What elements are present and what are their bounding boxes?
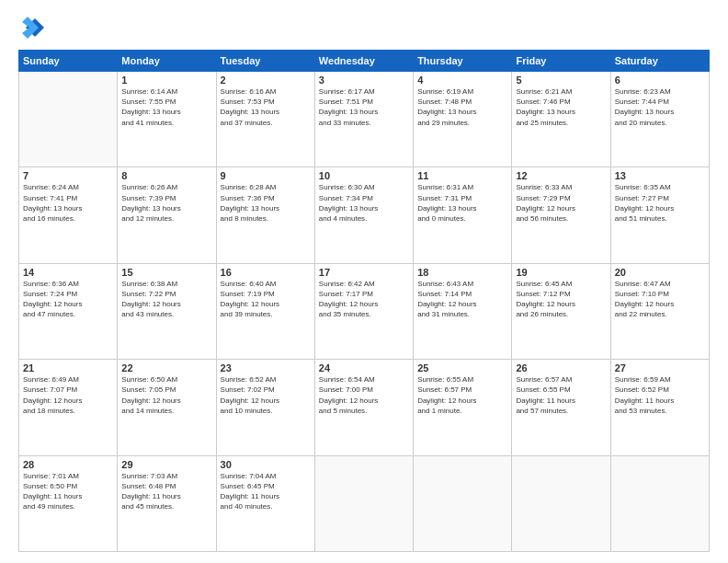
calendar-cell: 29Sunrise: 7:03 AM Sunset: 6:48 PM Dayli… [118, 455, 216, 551]
weekday-header-sunday: Sunday [19, 51, 118, 72]
day-number: 2 [221, 75, 311, 86]
day-info: Sunrise: 6:26 AM Sunset: 7:39 PM Dayligh… [121, 182, 211, 224]
calendar-cell: 15Sunrise: 6:38 AM Sunset: 7:22 PM Dayli… [118, 263, 216, 359]
logo [18, 15, 48, 40]
day-number: 20 [615, 267, 705, 278]
day-number: 29 [121, 459, 211, 470]
day-info: Sunrise: 6:38 AM Sunset: 7:22 PM Dayligh… [121, 279, 211, 320]
calendar-cell [610, 455, 709, 551]
day-number: 12 [516, 170, 606, 181]
day-info: Sunrise: 6:30 AM Sunset: 7:34 PM Dayligh… [319, 182, 409, 224]
calendar-cell: 7Sunrise: 6:24 AM Sunset: 7:41 PM Daylig… [19, 167, 118, 263]
calendar-cell: 10Sunrise: 6:30 AM Sunset: 7:34 PM Dayli… [314, 167, 413, 263]
calendar-cell [512, 455, 610, 551]
day-info: Sunrise: 6:43 AM Sunset: 7:14 PM Dayligh… [417, 279, 507, 320]
day-number: 22 [121, 362, 211, 373]
day-info: Sunrise: 6:42 AM Sunset: 7:17 PM Dayligh… [319, 279, 409, 320]
day-info: Sunrise: 6:59 AM Sunset: 6:52 PM Dayligh… [615, 374, 705, 416]
week-row-5: 28Sunrise: 7:01 AM Sunset: 6:50 PM Dayli… [19, 455, 710, 551]
day-info: Sunrise: 6:35 AM Sunset: 7:27 PM Dayligh… [615, 182, 705, 224]
day-info: Sunrise: 7:04 AM Sunset: 6:45 PM Dayligh… [221, 471, 311, 512]
day-number: 9 [221, 170, 311, 181]
calendar-cell: 6Sunrise: 6:23 AM Sunset: 7:44 PM Daylig… [610, 72, 709, 167]
day-number: 8 [121, 170, 211, 181]
logo-icon [18, 15, 44, 40]
calendar-cell: 8Sunrise: 6:26 AM Sunset: 7:39 PM Daylig… [118, 167, 216, 263]
weekday-header-friday: Friday [512, 51, 610, 72]
calendar-cell: 24Sunrise: 6:54 AM Sunset: 7:00 PM Dayli… [314, 360, 413, 455]
calendar-cell: 26Sunrise: 6:57 AM Sunset: 6:55 PM Dayli… [512, 360, 610, 455]
weekday-header-wednesday: Wednesday [314, 51, 413, 72]
day-number: 11 [417, 170, 507, 181]
day-info: Sunrise: 6:33 AM Sunset: 7:29 PM Dayligh… [516, 182, 606, 224]
day-number: 10 [319, 170, 409, 181]
calendar-cell: 18Sunrise: 6:43 AM Sunset: 7:14 PM Dayli… [414, 263, 512, 359]
week-row-4: 21Sunrise: 6:49 AM Sunset: 7:07 PM Dayli… [19, 360, 710, 455]
day-info: Sunrise: 6:16 AM Sunset: 7:53 PM Dayligh… [221, 86, 311, 128]
calendar-cell: 12Sunrise: 6:33 AM Sunset: 7:29 PM Dayli… [512, 167, 610, 263]
day-info: Sunrise: 6:49 AM Sunset: 7:07 PM Dayligh… [23, 374, 113, 416]
day-info: Sunrise: 6:52 AM Sunset: 7:02 PM Dayligh… [221, 374, 311, 416]
calendar-cell: 5Sunrise: 6:21 AM Sunset: 7:46 PM Daylig… [512, 72, 610, 167]
day-info: Sunrise: 6:17 AM Sunset: 7:51 PM Dayligh… [319, 86, 409, 128]
day-number: 19 [516, 267, 606, 278]
day-number: 13 [615, 170, 705, 181]
day-info: Sunrise: 6:45 AM Sunset: 7:12 PM Dayligh… [516, 279, 606, 320]
weekday-header-thursday: Thursday [414, 51, 512, 72]
day-info: Sunrise: 6:31 AM Sunset: 7:31 PM Dayligh… [417, 182, 507, 224]
calendar-cell: 3Sunrise: 6:17 AM Sunset: 7:51 PM Daylig… [314, 72, 413, 167]
week-row-3: 14Sunrise: 6:36 AM Sunset: 7:24 PM Dayli… [19, 263, 710, 359]
day-number: 18 [417, 267, 507, 278]
day-number: 6 [615, 75, 705, 86]
day-number: 17 [319, 267, 409, 278]
calendar-cell: 21Sunrise: 6:49 AM Sunset: 7:07 PM Dayli… [19, 360, 118, 455]
calendar-cell [19, 72, 118, 167]
calendar-table: SundayMondayTuesdayWednesdayThursdayFrid… [18, 50, 710, 552]
calendar-cell [414, 455, 512, 551]
day-number: 7 [23, 170, 113, 181]
day-info: Sunrise: 6:55 AM Sunset: 6:57 PM Dayligh… [417, 374, 507, 416]
day-number: 5 [516, 75, 606, 86]
calendar-cell: 23Sunrise: 6:52 AM Sunset: 7:02 PM Dayli… [216, 360, 314, 455]
day-number: 30 [221, 459, 311, 470]
day-number: 25 [417, 362, 507, 373]
day-info: Sunrise: 6:28 AM Sunset: 7:36 PM Dayligh… [221, 182, 311, 224]
calendar-cell: 25Sunrise: 6:55 AM Sunset: 6:57 PM Dayli… [414, 360, 512, 455]
day-number: 4 [417, 75, 507, 86]
calendar-cell: 22Sunrise: 6:50 AM Sunset: 7:05 PM Dayli… [118, 360, 216, 455]
day-info: Sunrise: 6:54 AM Sunset: 7:00 PM Dayligh… [319, 374, 409, 416]
day-number: 24 [319, 362, 409, 373]
calendar-cell: 17Sunrise: 6:42 AM Sunset: 7:17 PM Dayli… [314, 263, 413, 359]
calendar-cell: 4Sunrise: 6:19 AM Sunset: 7:48 PM Daylig… [414, 72, 512, 167]
page: SundayMondayTuesdayWednesdayThursdayFrid… [0, 0, 728, 563]
day-info: Sunrise: 6:23 AM Sunset: 7:44 PM Dayligh… [615, 86, 705, 128]
calendar-cell: 1Sunrise: 6:14 AM Sunset: 7:55 PM Daylig… [118, 72, 216, 167]
day-info: Sunrise: 6:50 AM Sunset: 7:05 PM Dayligh… [121, 374, 211, 416]
day-info: Sunrise: 6:21 AM Sunset: 7:46 PM Dayligh… [516, 86, 606, 128]
day-number: 1 [121, 75, 211, 86]
calendar-cell: 9Sunrise: 6:28 AM Sunset: 7:36 PM Daylig… [216, 167, 314, 263]
day-info: Sunrise: 6:36 AM Sunset: 7:24 PM Dayligh… [23, 279, 113, 320]
day-number: 27 [615, 362, 705, 373]
day-info: Sunrise: 6:24 AM Sunset: 7:41 PM Dayligh… [23, 182, 113, 224]
weekday-header-monday: Monday [118, 51, 216, 72]
calendar-cell: 20Sunrise: 6:47 AM Sunset: 7:10 PM Dayli… [610, 263, 709, 359]
day-number: 3 [319, 75, 409, 86]
calendar-cell: 2Sunrise: 6:16 AM Sunset: 7:53 PM Daylig… [216, 72, 314, 167]
day-number: 28 [23, 459, 113, 470]
calendar-cell [314, 455, 413, 551]
day-number: 26 [516, 362, 606, 373]
week-row-1: 1Sunrise: 6:14 AM Sunset: 7:55 PM Daylig… [19, 72, 710, 167]
day-number: 23 [221, 362, 311, 373]
calendar-cell: 13Sunrise: 6:35 AM Sunset: 7:27 PM Dayli… [610, 167, 709, 263]
week-row-2: 7Sunrise: 6:24 AM Sunset: 7:41 PM Daylig… [19, 167, 710, 263]
calendar-cell: 14Sunrise: 6:36 AM Sunset: 7:24 PM Dayli… [19, 263, 118, 359]
calendar-cell: 28Sunrise: 7:01 AM Sunset: 6:50 PM Dayli… [19, 455, 118, 551]
calendar-cell: 27Sunrise: 6:59 AM Sunset: 6:52 PM Dayli… [610, 360, 709, 455]
day-number: 14 [23, 267, 113, 278]
weekday-header-tuesday: Tuesday [216, 51, 314, 72]
day-info: Sunrise: 6:14 AM Sunset: 7:55 PM Dayligh… [121, 86, 211, 128]
day-info: Sunrise: 7:03 AM Sunset: 6:48 PM Dayligh… [121, 471, 211, 512]
weekday-header-saturday: Saturday [610, 51, 709, 72]
header [18, 15, 710, 40]
